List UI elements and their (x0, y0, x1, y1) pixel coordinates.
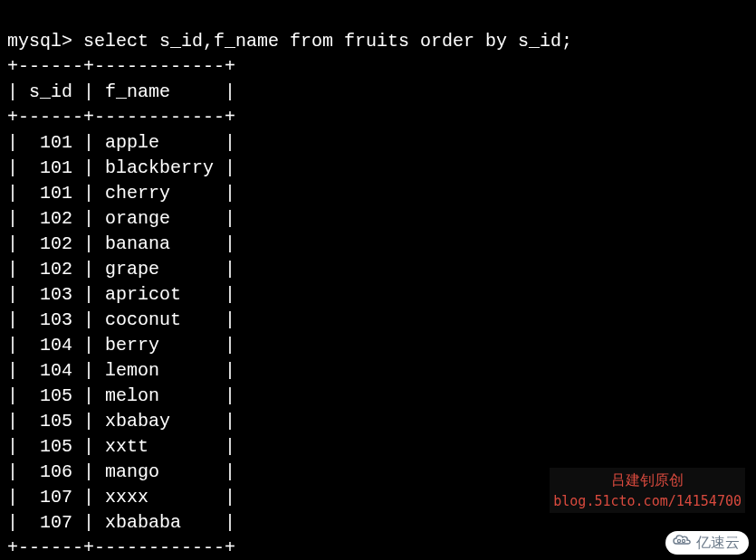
mysql-prompt: mysql> (7, 31, 72, 52)
cloud-icon (671, 533, 693, 553)
table-row: | 106 | mango | (7, 461, 235, 482)
col-header-sid: s_id (29, 81, 72, 102)
watermark-author: 吕建钊原创 (553, 470, 742, 491)
table-row: | 103 | coconut | (7, 309, 235, 330)
table-row: | 104 | lemon | (7, 360, 235, 381)
table-row: | 101 | apple | (7, 132, 235, 153)
table-row: | 105 | xxtt | (7, 436, 235, 457)
watermark-attribution: 吕建钊原创 blog.51cto.com/14154700 (550, 468, 745, 514)
watermark-brand-text: 亿速云 (696, 533, 740, 553)
table-row: | 107 | xxxx | (7, 487, 235, 508)
col-header-fname: f_name (105, 81, 170, 102)
table-row: | 102 | grape | (7, 259, 235, 280)
table-row: | 101 | blackberry | (7, 157, 235, 178)
table-row: | 103 | apricot | (7, 284, 235, 305)
table-row: | 107 | xbababa | (7, 512, 235, 533)
svg-point-0 (677, 539, 680, 542)
table-header: | s_id | f_name | (7, 81, 235, 102)
table-border-top: +------+------------+ (7, 56, 235, 77)
table-row: | 105 | xbabay | (7, 411, 235, 432)
table-row: | 101 | cherry | (7, 183, 235, 204)
watermark-brand: 亿速云 (665, 531, 749, 555)
table-row: | 104 | berry | (7, 335, 235, 356)
table-row: | 105 | melon | (7, 385, 235, 406)
watermark-url: blog.51cto.com/14154700 (553, 491, 742, 512)
table-border-bottom: +------+------------+ (7, 537, 235, 558)
sql-query: select s_id,f_name from fruits order by … (83, 31, 572, 52)
table-row: | 102 | banana | (7, 233, 235, 254)
table-border-mid: +------+------------+ (7, 107, 235, 128)
table-row: | 102 | orange | (7, 208, 235, 229)
svg-point-1 (682, 539, 684, 542)
